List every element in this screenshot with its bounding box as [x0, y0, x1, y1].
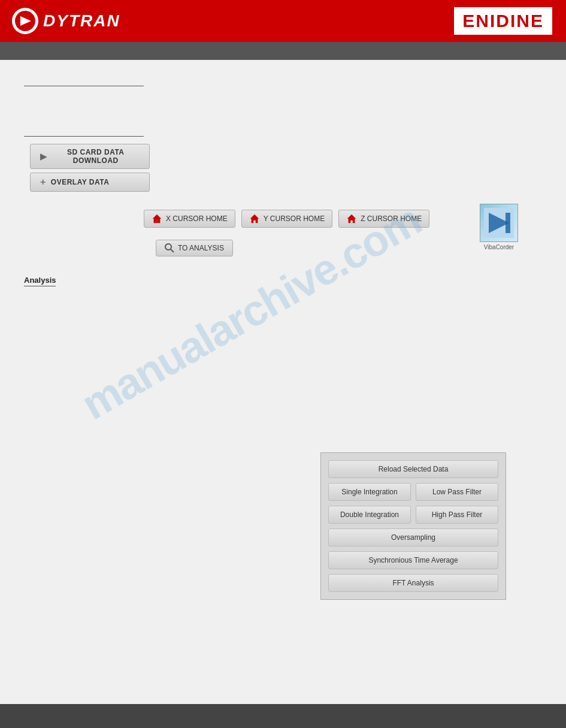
high-pass-filter-label: High Pass Filter [432, 510, 483, 519]
svg-point-9 [165, 244, 171, 250]
vibacorder-box[interactable] [480, 204, 518, 242]
play-icon: ▶ [40, 152, 47, 161]
oversampling-button[interactable]: Oversampling [328, 528, 498, 546]
single-integration-label: Single Integration [341, 488, 397, 496]
reload-selected-data-label: Reload Selected Data [379, 465, 449, 473]
sd-card-download-label: SD CARD DATA DOWNLOAD [52, 148, 140, 165]
z-cursor-home-button[interactable]: Z CURSOR HOME [338, 210, 429, 228]
y-cursor-home-label: Y CURSOR HOME [264, 215, 325, 223]
y-cursor-home-button[interactable]: Y CURSOR HOME [241, 210, 332, 228]
svg-marker-8 [347, 215, 356, 223]
header: DYTRAN ENIDINE [0, 0, 566, 42]
oversampling-label: Oversampling [391, 533, 435, 542]
x-cursor-home-label: X CURSOR HOME [166, 215, 228, 223]
vibacorder-label: VibaCorder [484, 244, 514, 250]
home-icon-x [152, 213, 162, 224]
synchronious-time-average-button[interactable]: Synchronious Time Average [328, 551, 498, 569]
enidine-logo-area: ENIDINE [452, 5, 554, 37]
single-integration-button[interactable]: Single Integration [328, 483, 411, 501]
plus-icon: + [40, 177, 46, 188]
fft-analysis-label: FFT Analysis [392, 579, 434, 587]
overlay-data-button[interactable]: + OVERLAY DATA [30, 173, 150, 192]
analysis-panel: Reload Selected Data Single Integration … [320, 452, 506, 600]
double-integration-label: Double Integration [340, 510, 399, 519]
svg-rect-4 [506, 213, 510, 233]
svg-marker-7 [250, 215, 258, 223]
to-analysis-label: TO ANALYSIS [178, 244, 224, 252]
home-icon-y [249, 213, 260, 224]
section-3-heading: Analysis [24, 276, 56, 286]
section-1 [24, 84, 542, 86]
dytran-logo-icon [12, 8, 38, 34]
section-2-heading [24, 134, 144, 137]
footer [0, 704, 566, 728]
sd-card-download-button[interactable]: ▶ SD CARD DATA DOWNLOAD [30, 144, 150, 169]
to-analysis-button[interactable]: TO ANALYSIS [156, 240, 233, 256]
svg-line-10 [171, 249, 174, 252]
section-2: ▶ SD CARD DATA DOWNLOAD + OVERLAY DATA [24, 134, 542, 192]
search-icon [165, 243, 174, 253]
dytran-brand-text: DYTRAN [43, 11, 120, 31]
z-cursor-home-label: Z CURSOR HOME [361, 215, 422, 223]
home-icon-z [346, 213, 357, 224]
nav-bar [0, 42, 566, 60]
double-integration-button[interactable]: Double Integration [328, 506, 411, 524]
x-cursor-home-button[interactable]: X CURSOR HOME [144, 210, 235, 228]
main-content: VibaCorder manualarchive.com ▶ SD CARD D… [0, 60, 566, 689]
integration-filter-row-2: Double Integration High Pass Filter [328, 506, 498, 524]
synchronious-time-average-label: Synchronious Time Average [368, 556, 458, 564]
vibacorder-icon[interactable]: VibaCorder [480, 204, 518, 250]
fft-analysis-button[interactable]: FFT Analysis [328, 574, 498, 592]
reload-selected-data-button[interactable]: Reload Selected Data [328, 460, 498, 478]
low-pass-filter-button[interactable]: Low Pass Filter [416, 483, 498, 501]
dytran-logo-area: DYTRAN [12, 8, 120, 34]
overlay-data-label: OVERLAY DATA [51, 178, 110, 186]
enidine-brand-text: ENIDINE [462, 11, 544, 31]
low-pass-filter-label: Low Pass Filter [432, 488, 482, 496]
high-pass-filter-button[interactable]: High Pass Filter [416, 506, 498, 524]
svg-rect-6 [156, 220, 158, 223]
watermark: manualarchive.com [73, 195, 429, 429]
integration-filter-row-1: Single Integration Low Pass Filter [328, 483, 498, 501]
section-1-heading [24, 84, 144, 86]
